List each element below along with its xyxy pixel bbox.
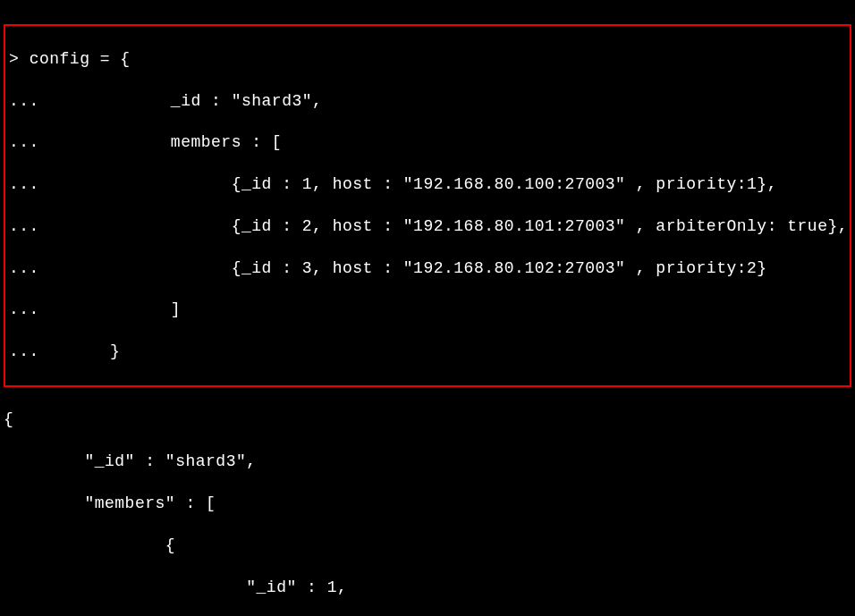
input-line: ... {_id : 3, host : "192.168.80.102:270… — [9, 258, 846, 279]
code: {_id : 2, host : "192.168.80.101:27003" … — [49, 217, 848, 235]
continuation-prompt: ... — [9, 217, 39, 235]
continuation-prompt: ... — [9, 175, 39, 193]
terminal-output[interactable]: > config = { ... _id : "shard3", ... mem… — [4, 4, 851, 616]
command-input-highlight: > config = { ... _id : "shard3", ... mem… — [4, 24, 851, 387]
code: } — [49, 342, 120, 360]
input-line: ... members : [ — [9, 132, 846, 153]
input-line: > config = { — [9, 49, 846, 70]
input-line: ... {_id : 2, host : "192.168.80.101:270… — [9, 216, 846, 237]
prompt: > — [9, 50, 19, 68]
code: config = { — [30, 50, 131, 68]
input-line: ... } — [9, 342, 846, 362]
continuation-prompt: ... — [9, 92, 39, 110]
output-line: "members" : [ — [4, 494, 851, 514]
code: _id : "shard3", — [49, 92, 322, 110]
output-line: { — [4, 536, 851, 556]
continuation-prompt: ... — [9, 300, 39, 318]
output-line: "_id" : 1, — [4, 578, 851, 598]
code: {_id : 1, host : "192.168.80.100:27003" … — [49, 175, 777, 193]
output-line: "_id" : "shard3", — [4, 451, 851, 472]
input-line: ... ] — [9, 300, 846, 320]
continuation-prompt: ... — [9, 133, 39, 151]
continuation-prompt: ... — [9, 259, 39, 277]
input-line: ... _id : "shard3", — [9, 91, 846, 112]
code: {_id : 3, host : "192.168.80.102:27003" … — [49, 259, 766, 277]
continuation-prompt: ... — [9, 342, 39, 360]
output-line: { — [4, 409, 851, 430]
input-line: ... {_id : 1, host : "192.168.80.100:270… — [9, 174, 846, 195]
code: members : [ — [49, 133, 282, 151]
code: ] — [49, 300, 181, 318]
